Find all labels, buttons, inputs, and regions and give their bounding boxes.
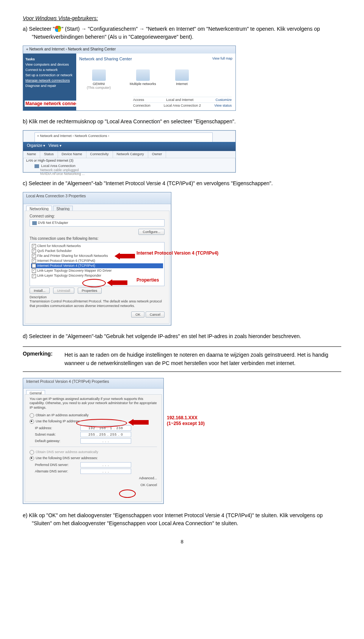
properties-button: Properties (78, 288, 102, 294)
uninstall-button: Uninstall (53, 288, 75, 294)
col-connectivity: Connectivity (86, 151, 113, 158)
list-item-selected: ✓Internet Protocol Version 4 (TCP/IPv4) (31, 263, 163, 268)
row-value: Local and Internet (166, 98, 193, 102)
red-arrow-left-icon (107, 279, 127, 286)
gateway-field: Default gateway: . . . (35, 438, 157, 444)
step-a-pre: a) Selecteer " (23, 26, 55, 32)
task-link: Set up a connection or network (25, 73, 78, 77)
adapter-name: DVB Net ETAdapter (38, 221, 68, 225)
cancel-button: Cancel (146, 483, 157, 487)
nic-icon (35, 164, 39, 168)
note-heading: Opmerking: (23, 351, 64, 368)
item-sub1: Network cable unplugged (40, 168, 79, 172)
uses-label: This connection uses the following items… (30, 236, 165, 241)
callout-properties: Properties (136, 277, 159, 283)
note-block: Opmerking: Het is aan te raden om de hui… (23, 346, 341, 372)
connection-item: Local Area Connection Network cable unpl… (35, 164, 85, 176)
screenshot-network-sharing-center: « Network and Internet › Network and Sha… (23, 46, 236, 111)
section-title-vista: Voor Windows Vista-gebruikers: (23, 15, 341, 21)
tasks-heading: Tasks (25, 57, 78, 61)
task-link: Connect to a network (25, 68, 78, 72)
intro-text: You can get IP settings assigned automat… (30, 397, 157, 410)
radio-use-dns: Use the following DNS server addresses: (30, 456, 157, 461)
row-value: Local Area Connection 2 (164, 104, 201, 107)
customize-link: Customize (215, 98, 232, 102)
component-buttons: Install... Uninstall Properties (30, 288, 165, 294)
step-d: d) Selecteer in de "Algemeen"-tab "Gebru… (32, 332, 341, 340)
group-header: LAN or High-Speed Internet (3) (26, 159, 74, 162)
network-node: Multiple networks (130, 69, 156, 90)
install-button: Install... (30, 288, 50, 294)
subnet-mask-field: Subnet mask:255 . 255 . 255 . 0 (35, 432, 157, 437)
task-link: View computers and devices (25, 63, 78, 66)
connect-using-label: Connect using: (30, 214, 165, 218)
breadcrumb-bar: « Network and Internet › Network Connect… (35, 132, 213, 142)
red-oval-icon (82, 279, 106, 287)
list-item: ✓Internet Protocol Version 6 (TCP/IPv6) (31, 258, 163, 263)
radio-obtain-dns: Obtain DNS server address automatically (30, 450, 157, 455)
alternate-dns-field: Alternate DNS server: . . . (35, 469, 157, 474)
col-device: Device Name (58, 151, 86, 158)
view-full-map-link: View full map (212, 57, 232, 64)
item-sub2: NVIDIA nForce Networking ... (40, 172, 85, 176)
step-b: b) Klik met de rechtermuisknop op "Local… (32, 118, 341, 126)
row-label: Access (133, 98, 144, 102)
item-name: Local Area Connection (41, 164, 76, 168)
col-owner: Owner (148, 151, 166, 158)
row-label: Connection (133, 104, 151, 107)
description-text: Transmission Control Protocol/Internet P… (30, 299, 165, 308)
cancel-button: Cancel (146, 312, 165, 318)
node-label: GEMINI (87, 82, 111, 86)
red-oval-icon (119, 489, 136, 498)
adapter-field: DVB Net ETAdapter (30, 219, 165, 227)
callout-ipv4: Internet Protocol Version 4 (TCP/IPv4) (136, 250, 218, 256)
ok-button: OK (140, 483, 145, 487)
screenshot-lac-properties: Local Area Connection 3 Properties Netwo… (23, 192, 171, 326)
list-item: ✓Link-Layer Topology Discovery Mapper I/… (31, 268, 163, 273)
organize-menu: Organize ▾ (27, 143, 45, 148)
col-category: Network Category (113, 151, 148, 158)
step-a-post: " (Start) → "Configuratiescherm" → "Netw… (32, 26, 320, 40)
task-link: Diagnose and repair (25, 84, 78, 88)
list-item: ✓Client for Microsoft Networks (31, 244, 163, 249)
callout-ip-example: 192.168.1.XXX(1~255 except 10) (167, 415, 205, 427)
main-pane: Network and Sharing Center View full map… (76, 54, 235, 110)
view-status-link: View status (214, 104, 232, 107)
step-e: e) Klik op "OK" om het dialoogvenster "E… (32, 512, 341, 527)
red-arrow-left-icon (128, 419, 149, 426)
column-headers: Name Status Device Name Connectivity Net… (23, 151, 235, 158)
step-c: c) Selecteer in de "Algemeen"-tab "Inter… (32, 179, 341, 187)
task-link-manage: Manage network connections (25, 79, 78, 82)
node-sublabel: (This computer) (87, 86, 111, 90)
advanced-button: Advanced... (139, 476, 157, 480)
dialog-title: Internet Protocol Version 4 (TCP/IPv4) P… (23, 378, 163, 389)
preferred-dns-field: Preferred DNS server: . . . (35, 462, 157, 467)
dialog-title: Local Area Connection 3 Properties (23, 192, 171, 204)
red-arrow-left-icon (115, 253, 135, 260)
network-node: GEMINI(This computer) (87, 69, 111, 90)
step-a: a) Selecteer "" (Start) → "Configuraties… (32, 25, 341, 41)
red-oval-icon (76, 419, 127, 427)
configure-button: Configure... (138, 229, 165, 235)
page-number: 8 (23, 539, 341, 545)
pane-title: Network and Sharing Center (79, 57, 132, 61)
ok-button: OK (131, 312, 144, 318)
network-node: Internet (175, 69, 189, 90)
description-heading: Description (30, 295, 165, 300)
adapter-icon (32, 221, 37, 225)
col-name: Name (23, 151, 40, 158)
description-box: Description Transmission Control Protoco… (30, 295, 165, 308)
views-menu: Views ▾ (49, 143, 61, 148)
col-status: Status (40, 151, 58, 158)
windows-logo-icon (55, 25, 61, 32)
radio-obtain-ip: Obtain an IP address automatically (30, 413, 157, 418)
node-label: Internet (175, 82, 189, 86)
screenshot-network-connections: « Network and Internet › Network Connect… (23, 130, 236, 173)
note-body: Het is aan te raden om de huidige instel… (64, 351, 341, 368)
node-label: Multiple networks (130, 82, 156, 86)
screenshot-ipv4-properties: Internet Protocol Version 4 (TCP/IPv4) P… (23, 378, 164, 504)
